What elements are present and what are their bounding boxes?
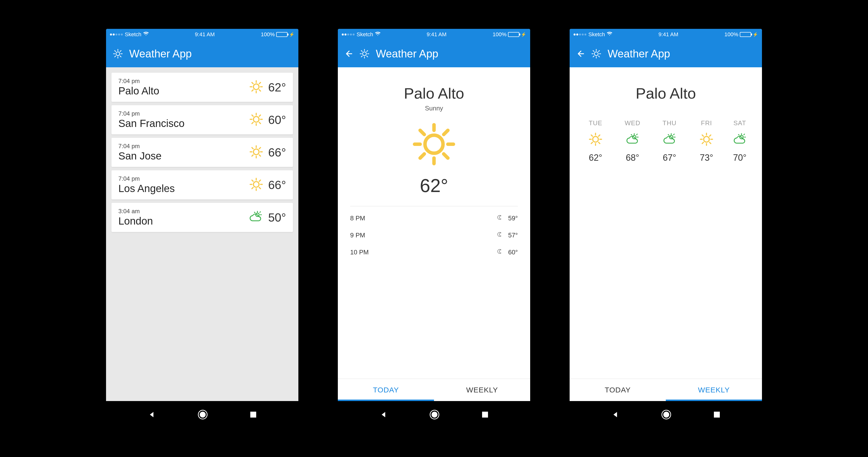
city-temp: 62°	[268, 80, 286, 94]
sun-icon	[249, 145, 263, 160]
city-card[interactable]: 7:04 pm San Francisco 60°	[112, 105, 293, 134]
tab-bar: TODAY WEEKLY	[569, 379, 762, 401]
day-temp: 62°	[589, 153, 602, 163]
tab-bar: TODAY WEEKLY	[338, 379, 530, 401]
tab-weekly[interactable]: WEEKLY	[434, 379, 530, 401]
status-bar: Sketch 9:41 AM 100% ⚡	[569, 29, 762, 40]
tab-today[interactable]: TODAY	[569, 379, 666, 401]
carrier-label: Sketch	[125, 31, 141, 38]
hour-label: 9 PM	[350, 231, 365, 239]
back-arrow-icon[interactable]	[344, 49, 353, 58]
city-temp: 50°	[268, 211, 286, 224]
tab-today[interactable]: TODAY	[338, 379, 434, 401]
city-name: San Francisco	[118, 118, 184, 129]
hour-label: 8 PM	[350, 215, 365, 222]
charging-icon: ⚡	[753, 32, 758, 37]
nav-home-icon[interactable]	[429, 409, 440, 420]
hour-temp: 59°	[508, 215, 518, 222]
day-temp: 67°	[663, 153, 676, 163]
partly-cloudy-icon	[248, 210, 263, 225]
nav-back-icon[interactable]	[147, 410, 156, 419]
phone-city-list: Sketch 9:41 AM 100% ⚡ Weather App	[106, 29, 299, 428]
partly-cloudy-icon	[625, 132, 640, 147]
city-temp: 66°	[268, 146, 286, 159]
hourly-list[interactable]: 8 PM 59° 9 PM 57° 10 PM	[338, 206, 530, 379]
city-card[interactable]: 7:04 pm San Jose 66°	[112, 138, 293, 167]
wifi-icon	[143, 32, 149, 37]
day-column[interactable]: SAT 70°	[725, 119, 754, 163]
sun-icon	[249, 177, 263, 192]
svg-rect-26	[250, 412, 256, 418]
carrier-label: Sketch	[588, 31, 605, 38]
nav-recent-icon[interactable]	[713, 411, 721, 419]
city-temp: 60°	[268, 113, 286, 127]
city-card[interactable]: 7:04 pm Palo Alto 62°	[112, 73, 293, 102]
svg-point-31	[663, 412, 669, 418]
status-time: 9:41 AM	[658, 31, 678, 38]
city-name: Los Angeles	[118, 183, 175, 194]
signal-dots-icon	[110, 34, 123, 35]
day-column[interactable]: FRI 73°	[688, 119, 725, 163]
wifi-icon	[607, 32, 612, 37]
nav-recent-icon[interactable]	[481, 411, 489, 419]
screen: Sketch 9:41 AM 100% ⚡ Weather App	[106, 29, 299, 401]
day-column[interactable]: TUE 62°	[577, 119, 614, 163]
hourly-row: 10 PM 60°	[350, 244, 518, 261]
detail-city: Palo Alto	[404, 85, 464, 102]
detail-temp: 62°	[420, 175, 448, 196]
nav-back-icon[interactable]	[379, 410, 388, 419]
day-temp: 68°	[626, 153, 639, 163]
app-bar: Weather App	[569, 40, 762, 67]
partly-cloudy-icon	[733, 132, 747, 147]
svg-point-25	[200, 412, 206, 418]
nav-back-icon[interactable]	[611, 410, 620, 419]
battery-icon	[740, 32, 751, 37]
charging-icon: ⚡	[289, 32, 294, 37]
android-nav-bar	[106, 401, 299, 428]
app-logo-sun-icon	[591, 48, 602, 59]
tab-weekly[interactable]: WEEKLY	[666, 379, 762, 401]
day-column[interactable]: WED 68°	[614, 119, 651, 163]
battery-icon	[508, 32, 519, 37]
status-time: 9:41 AM	[195, 31, 215, 38]
battery-icon	[276, 32, 287, 37]
hero: Palo Alto	[569, 67, 762, 119]
moon-icon	[496, 248, 504, 257]
city-time: 7:04 pm	[118, 143, 161, 150]
sun-icon	[412, 122, 456, 167]
sun-icon	[700, 132, 713, 147]
app-title: Weather App	[129, 47, 192, 60]
city-temp: 66°	[268, 178, 286, 192]
nav-home-icon[interactable]	[197, 409, 208, 420]
day-temp: 73°	[700, 153, 713, 163]
status-bar: Sketch 9:41 AM 100% ⚡	[106, 29, 299, 40]
city-card[interactable]: 7:04 pm Los Angeles 66°	[112, 170, 293, 199]
android-nav-bar	[569, 401, 762, 428]
hour-label: 10 PM	[350, 249, 369, 256]
nav-home-icon[interactable]	[661, 409, 672, 420]
svg-rect-29	[482, 412, 488, 418]
day-column[interactable]: THU 67°	[651, 119, 688, 163]
city-list[interactable]: 7:04 pm Palo Alto 62° 7:04 pm San Franci…	[106, 67, 299, 401]
nav-recent-icon[interactable]	[249, 411, 257, 419]
day-strip[interactable]: TUE 62° WED 68° THU 67° FRI 73°	[569, 119, 762, 163]
detail-condition: Sunny	[425, 104, 443, 112]
status-time: 9:41 AM	[427, 31, 446, 38]
battery-label: 100%	[724, 31, 738, 38]
screen: Sketch 9:41 AM 100% ⚡ Weather App	[569, 29, 762, 401]
city-time: 7:04 pm	[118, 175, 175, 182]
city-name: London	[118, 215, 153, 227]
hourly-row: 9 PM 57°	[350, 227, 518, 244]
app-bar: Weather App	[106, 40, 299, 67]
city-name: Palo Alto	[118, 85, 159, 97]
day-label: SAT	[733, 119, 746, 127]
battery-label: 100%	[261, 31, 275, 38]
app-logo-sun-icon	[359, 48, 370, 59]
phone-detail-today: Sketch 9:41 AM 100% ⚡ Weather App	[338, 29, 530, 428]
carrier-label: Sketch	[356, 31, 373, 38]
hourly-row: 8 PM 59°	[350, 210, 518, 227]
city-time: 3:04 am	[118, 208, 153, 215]
phone-detail-weekly: Sketch 9:41 AM 100% ⚡ Weather App	[569, 29, 762, 428]
back-arrow-icon[interactable]	[576, 49, 585, 58]
city-card[interactable]: 3:04 am London 50°	[112, 203, 293, 232]
